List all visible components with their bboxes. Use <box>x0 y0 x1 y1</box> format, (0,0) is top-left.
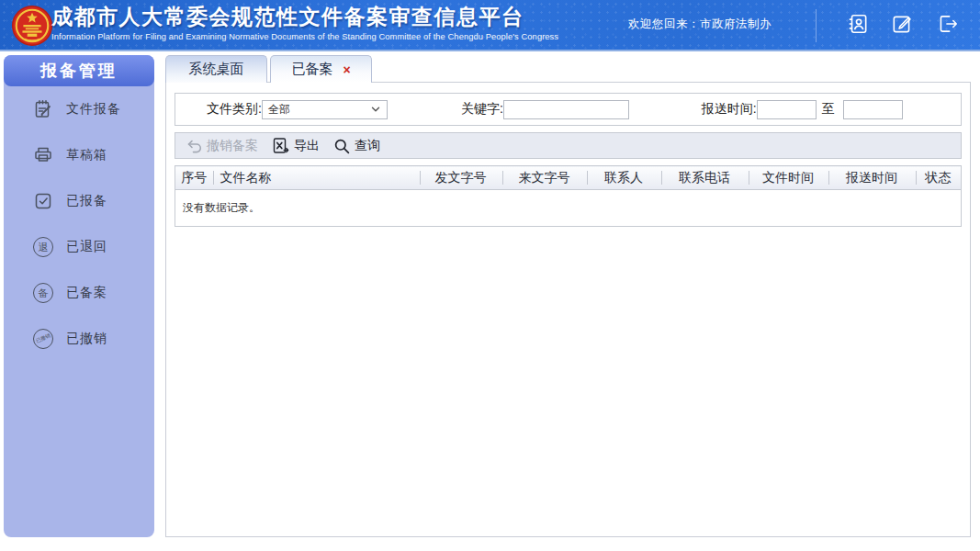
column-header-contact[interactable]: 联系人 <box>587 166 661 190</box>
main-panel: 文件类别: 全部 关键字: 报送时间: 至 <box>165 82 971 537</box>
sidebar-menu: 文件报备 草稿箱 <box>4 86 154 362</box>
toolbar: 撤销备案 导出 查询 <box>175 132 962 159</box>
search-button[interactable]: 查询 <box>333 138 380 154</box>
column-header-incoming-no[interactable]: 来文字号 <box>502 166 587 190</box>
app-subtitle: Information Platform for Filing and Exam… <box>51 32 558 41</box>
filter-bar: 文件类别: 全部 关键字: 报送时间: 至 <box>175 93 962 126</box>
sidebar-item-revoked[interactable]: 已撤销 已撤销 <box>4 316 154 362</box>
sidebar-item-drafts[interactable]: 草稿箱 <box>4 132 154 178</box>
checkbox-icon <box>32 190 54 212</box>
sidebar-item-reported[interactable]: 已报备 <box>4 178 154 224</box>
records-table: 序号 文件名称 发文字号 来文字号 联系人 联系电话 文件时间 报送时间 状态 … <box>175 165 962 227</box>
tab-system-desktop[interactable]: 系统桌面 <box>165 55 267 83</box>
sidebar-item-label: 草稿箱 <box>66 147 107 163</box>
column-header-doc-time[interactable]: 文件时间 <box>749 166 828 190</box>
tab-label: 已备案 <box>291 61 332 78</box>
welcome-text: 欢迎您回来：市政府法制办 <box>628 17 772 32</box>
drafts-icon <box>32 144 54 166</box>
national-emblem-logo <box>11 5 53 47</box>
chevron-down-icon <box>370 104 381 115</box>
submit-time-label: 报送时间: <box>702 101 757 118</box>
filed-stamp-icon: 备 <box>32 282 54 304</box>
to-label: 至 <box>822 101 835 118</box>
revoke-filing-label: 撤销备案 <box>207 138 258 154</box>
app-title: 成都市人大常委会规范性文件备案审查信息平台 <box>51 3 558 31</box>
category-selected-value: 全部 <box>268 102 290 118</box>
sidebar-item-label: 已报备 <box>66 193 107 209</box>
sidebar-title: 报备管理 <box>4 55 154 86</box>
column-header-phone[interactable]: 联系电话 <box>661 166 749 190</box>
column-header-doc-name[interactable]: 文件名称 <box>213 166 420 190</box>
revoke-filing-button[interactable]: 撤销备案 <box>186 138 258 154</box>
empty-row: 没有数据记录。 <box>175 190 962 227</box>
app-header: 成都市人大常委会规范性文件备案审查信息平台 Information Platfo… <box>0 0 980 51</box>
tab-filed[interactable]: 已备案 × <box>270 55 372 83</box>
revoked-stamp-icon: 已撤销 <box>32 328 54 350</box>
tab-bar: 系统桌面 已备案 × <box>165 55 372 83</box>
logout-icon[interactable] <box>936 12 960 36</box>
contacts-icon[interactable] <box>846 12 870 36</box>
keyword-input[interactable] <box>503 100 629 119</box>
export-label: 导出 <box>294 138 320 154</box>
undo-icon <box>186 138 202 154</box>
no-data-text: 没有数据记录。 <box>175 190 962 227</box>
excel-export-icon <box>272 137 289 154</box>
date-from-input[interactable] <box>757 100 817 119</box>
category-select[interactable]: 全部 <box>262 100 388 119</box>
column-header-issue-no[interactable]: 发文字号 <box>420 166 502 190</box>
sidebar-item-filed[interactable]: 备 已备案 <box>4 270 154 316</box>
application-window: 成都市人大常委会规范性文件备案审查信息平台 Information Platfo… <box>0 0 980 551</box>
export-button[interactable]: 导出 <box>272 137 320 154</box>
tab-label: 系统桌面 <box>189 61 244 78</box>
sidebar-item-label: 已退回 <box>66 239 107 255</box>
column-header-status[interactable]: 状态 <box>916 166 962 190</box>
date-to-input[interactable] <box>843 100 903 119</box>
close-icon[interactable]: × <box>343 63 350 76</box>
column-header-seq[interactable]: 序号 <box>175 166 213 190</box>
document-edit-icon <box>32 98 54 120</box>
search-icon <box>333 138 350 154</box>
sidebar-item-label: 已备案 <box>66 285 107 301</box>
search-label: 查询 <box>355 138 380 154</box>
sidebar-item-document-filing[interactable]: 文件报备 <box>4 86 154 132</box>
category-label: 文件类别: <box>207 101 262 118</box>
sidebar-item-label: 已撤销 <box>66 331 107 347</box>
sidebar-item-returned[interactable]: 退 已退回 <box>4 224 154 270</box>
edit-icon[interactable] <box>890 12 914 36</box>
column-header-submit-time[interactable]: 报送时间 <box>828 166 916 190</box>
keyword-label: 关键字: <box>461 101 503 118</box>
header-divider <box>816 9 817 42</box>
returned-stamp-icon: 退 <box>32 236 54 258</box>
sidebar: 报备管理 文件报备 <box>4 55 154 537</box>
table-header-row: 序号 文件名称 发文字号 来文字号 联系人 联系电话 文件时间 报送时间 状态 <box>175 166 962 190</box>
sidebar-item-label: 文件报备 <box>66 101 121 118</box>
